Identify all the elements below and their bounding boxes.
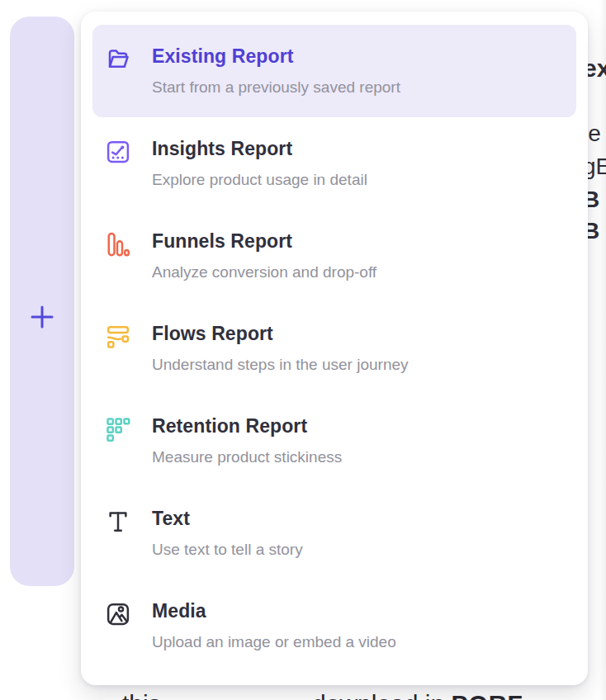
add-report-menu: Existing Report Start from a previously … [81, 12, 588, 685]
menu-item-retention-report[interactable]: Retention Report Measure product stickin… [92, 395, 576, 487]
plus-icon [30, 305, 54, 329]
add-content-button[interactable] [10, 289, 74, 345]
menu-item-texts: Funnels Report Analyze conversion and dr… [152, 230, 561, 281]
menu-item-funnels-report[interactable]: Funnels Report Analyze conversion and dr… [92, 210, 576, 302]
menu-item-texts: Media Upload an image or embed a video [152, 600, 561, 651]
menu-item-texts: Insights Report Explore product usage in… [152, 138, 561, 189]
funnel-bars-icon [106, 232, 130, 257]
board-add-rail [10, 17, 74, 586]
menu-item-description: Analyze conversion and drop-off [152, 262, 561, 282]
menu-item-label: Funnels Report [152, 230, 561, 253]
open-folder-icon [106, 47, 130, 72]
menu-item-label: Existing Report [152, 45, 561, 69]
menu-item-label: Text [152, 508, 561, 531]
screen: ex ie gE B B this download in PORF Exist… [0, 0, 606, 700]
background-text-bold: PORF [452, 690, 523, 700]
menu-item-media[interactable]: Media Upload an image or embed a video [92, 579, 576, 672]
menu-item-texts: Retention Report Measure product stickin… [152, 415, 561, 466]
menu-item-text[interactable]: Text Use text to tell a story [92, 487, 576, 579]
flows-icon [106, 324, 130, 349]
menu-item-description: Measure product stickiness [152, 447, 561, 467]
menu-item-texts: Text Use text to tell a story [152, 508, 561, 559]
menu-item-flows-report[interactable]: Flows Report Understand steps in the use… [92, 302, 576, 395]
menu-item-label: Media [152, 600, 561, 623]
insights-chart-icon [106, 140, 130, 164]
menu-item-label: Flows Report [152, 323, 561, 346]
menu-item-texts: Flows Report Understand steps in the use… [152, 323, 561, 374]
menu-item-description: Understand steps in the user journey [152, 355, 561, 375]
menu-item-texts: Existing Report Start from a previously … [152, 45, 561, 97]
menu-item-description: Upload an image or embed a video [152, 632, 561, 652]
page-edge-shade [599, 0, 606, 700]
text-icon [106, 509, 130, 534]
background-text-fragment: this download in PORF [122, 690, 523, 700]
menu-item-existing-report[interactable]: Existing Report Start from a previously … [92, 25, 576, 117]
menu-item-label: Retention Report [152, 415, 561, 438]
retention-grid-icon [106, 417, 130, 442]
media-icon [106, 602, 130, 627]
menu-item-insights-report[interactable]: Insights Report Explore product usage in… [92, 117, 576, 210]
menu-item-description: Use text to tell a story [152, 540, 561, 560]
menu-item-description: Start from a previously saved report [152, 78, 561, 97]
menu-item-description: Explore product usage in detail [152, 170, 561, 190]
menu-item-label: Insights Report [152, 138, 561, 161]
background-text-regular: this download in [122, 690, 452, 700]
